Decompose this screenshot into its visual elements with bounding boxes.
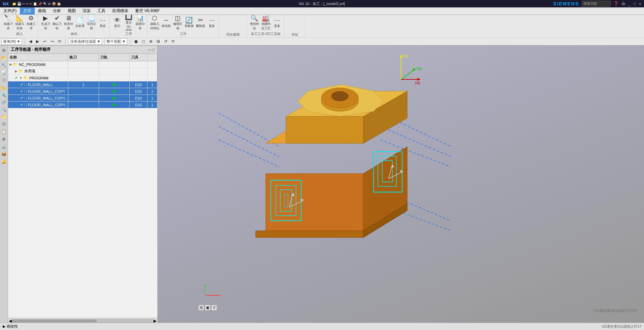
svg-text:Y: Y	[206, 283, 208, 287]
create-feature-process-btn[interactable]: 🏭 创建特征工艺	[260, 16, 271, 30]
sidebar-icon-9[interactable]: 📁	[1, 114, 7, 120]
nav-redo-btn[interactable]: ↪	[49, 39, 55, 44]
sidebar-icon-10[interactable]: ⏱	[1, 121, 7, 128]
gc-more-btn[interactable]: ⋯ 更多	[272, 16, 283, 30]
workpiece-more-btn[interactable]: ⋯ 更多	[206, 16, 217, 30]
shop-doc-btn[interactable]: 📃 车间文档	[86, 16, 97, 30]
nav-maximize-btn[interactable]: □	[152, 47, 155, 52]
offset-region-btn[interactable]: ◫ 偏置区域	[172, 16, 183, 30]
display-3d-ipw-btn[interactable]: 🔲 显示 3D IPW	[123, 16, 134, 30]
nav-scroll-track[interactable]	[12, 319, 154, 323]
find-feature-btn[interactable]: 🔍 查找特征	[249, 16, 260, 30]
status-expand-icon: ▶	[3, 324, 5, 329]
view-btn6[interactable]: ⟳	[170, 39, 176, 44]
sidebar-icon-7[interactable]: 🔗	[1, 99, 7, 106]
postprocess-btn[interactable]: 📄 后处理	[74, 16, 85, 30]
view-btn1[interactable]: ◼	[133, 39, 139, 44]
sidebar-icon-13[interactable]: 🔬	[1, 143, 7, 150]
op-more-btn[interactable]: ⋯ 更多	[97, 16, 108, 30]
tree-row-floor-wall[interactable]: ✔ ⬡ FLOOR_WALL 1 D10 1	[8, 81, 157, 88]
minimize-btn[interactable]: _	[628, 1, 631, 6]
tree-row-floor-wall-copy2[interactable]: ✔ ⬡ FLOOR_WALL_COPY... D10 1	[8, 95, 157, 102]
sidebar-icon-12[interactable]: ⚙	[1, 136, 7, 143]
menu-analysis[interactable]: 分析	[50, 7, 64, 14]
program-folder-icon: 📁	[23, 76, 28, 80]
menu-dropdown[interactable]: 菜单(M) ▼	[1, 38, 22, 45]
replace-face-btn[interactable]: 🔄 替换面	[184, 16, 194, 30]
gen-toolpath-btn[interactable]: ▶ 生成刀轨	[40, 16, 51, 30]
nav-refresh-btn[interactable]: ⟳	[57, 39, 63, 44]
nav-left-btn[interactable]: ◀	[28, 39, 33, 44]
toolbar-group-workpiece: ⬡ 抽取几何特征 ↔ 移动面 ◫ 偏置区域 🔄 替换面 ✂ 删除面	[148, 15, 219, 37]
verify-toolpath-btn[interactable]: ✔ 确认刀轨	[52, 16, 62, 30]
nav-minimize-btn[interactable]: ─	[148, 47, 151, 52]
extract-geom-label: 抽取几何特征	[150, 22, 160, 31]
nav-right-btn[interactable]: ▶	[35, 39, 40, 44]
viewport[interactable]: ZM YM XM	[158, 46, 644, 323]
delete-face-btn[interactable]: ✂ 删除面	[195, 16, 206, 30]
create-tool-btn[interactable]: 🔪 创建刀具	[3, 16, 13, 30]
sidebar-icon-8[interactable]: 🔍	[1, 106, 7, 113]
tree-row-unused[interactable]: ▶ 📁 未用项	[8, 68, 157, 75]
nav-undo-btn[interactable]: ↩	[42, 39, 48, 44]
gen-toolpath-label: 生成刀轨	[40, 22, 51, 31]
create-op-btn[interactable]: ⚙ 创建工序	[26, 16, 36, 30]
sidebar-icon-4[interactable]: ⬡	[1, 77, 7, 83]
floor-wall-extra: 1	[148, 81, 157, 88]
floor-wall-op-icon: ⬡	[24, 83, 27, 86]
extract-geom-btn[interactable]: ⬡ 抽取几何特征	[149, 16, 160, 30]
menu-apps[interactable]: 应用模块	[109, 7, 132, 14]
view-btn5[interactable]: ↺	[163, 39, 169, 44]
offset-region-icon: ◫	[175, 15, 181, 21]
insert-buttons: 🔪 创建刀具 📐 创建几何体 ⚙ 创建工序	[3, 16, 36, 30]
workpiece-buttons: ⬡ 抽取几何特征 ↔ 移动面 ◫ 偏置区域 🔄 替换面 ✂ 删除面	[149, 16, 217, 30]
machine-sim-btn[interactable]: 🖥 机床仿真	[63, 16, 74, 30]
tree-row-program[interactable]: ✔ ▼ 📁 PROGRAM	[8, 75, 157, 81]
maximize-btn[interactable]: □	[634, 1, 636, 6]
menu-space[interactable]: 量空 V6.936F	[132, 7, 163, 14]
view-btn4[interactable]: ⊞	[155, 39, 161, 44]
view-btn2[interactable]: ◻	[140, 39, 147, 44]
draft-analysis-btn[interactable]: 📊 拔模分析	[135, 16, 146, 30]
vp-tool-1[interactable]: ⊞	[198, 305, 204, 310]
menu-file[interactable]: 文件(F)	[0, 7, 20, 14]
menu-home[interactable]: 主页	[20, 7, 35, 14]
col-change-header: 换刀	[68, 54, 99, 61]
status-left[interactable]: ▶ 相依性	[3, 324, 18, 329]
create-geom-btn[interactable]: 📐 创建几何体	[14, 16, 25, 30]
create-geom-icon: 📐	[16, 15, 23, 21]
sidebar-icon-11[interactable]: 📋	[1, 129, 7, 135]
sidebar-icon-1[interactable]: 📂	[1, 54, 7, 61]
sidebar-icon-3[interactable]: 📊	[1, 69, 7, 76]
vp-tool-2[interactable]: ◼	[205, 305, 211, 310]
tree-row-floor-wall-copy1[interactable]: ✔ ⬡ FLOOR_WALL_COPY D10 1	[8, 88, 157, 95]
search-box-title[interactable]: 搜索功能	[582, 1, 611, 7]
sidebar-icon-2[interactable]: 🔧	[1, 62, 7, 69]
sidebar-icon-14[interactable]: 📦	[1, 151, 7, 157]
menu-render[interactable]: 渲染	[79, 7, 94, 14]
move-face-btn[interactable]: ↔ 移动面	[161, 16, 171, 30]
sidebar-icon-6[interactable]: 🔩	[1, 91, 7, 98]
sidebar-icon-15[interactable]: 🔔	[1, 158, 7, 165]
floor-wall-copy2-name: ✔ ⬡ FLOOR_WALL_COPY...	[8, 95, 68, 101]
menu-tools[interactable]: 工具	[94, 7, 109, 14]
move-face-icon: ↔	[163, 17, 169, 23]
tree-row-nc-program[interactable]: ▶ 📁 NC_PROGRAM	[8, 61, 157, 68]
nav-scroll-thumb[interactable]	[12, 320, 97, 322]
sidebar-icon-5[interactable]: 📐	[1, 84, 7, 91]
tree-row-floor-wall-copy3[interactable]: ✔ ⬡ FLOOR_WALL_COPY... D10 1	[8, 102, 157, 108]
filter-dropdown[interactable]: 没有选择过滤器 ▼	[68, 38, 102, 45]
view-btn3[interactable]: ⊕	[148, 39, 154, 44]
menu-view[interactable]: 视图	[64, 7, 79, 14]
help-btn[interactable]: ❓	[613, 1, 619, 6]
settings-btn[interactable]: ⚙	[621, 1, 625, 6]
close-btn[interactable]: ×	[639, 1, 641, 6]
menu-curve[interactable]: 曲线	[35, 7, 50, 14]
display-btn[interactable]: 👁 显示	[112, 16, 123, 30]
assembly-dropdown[interactable]: 整个装配 ▼	[105, 38, 127, 45]
sidebar-icon-settings[interactable]: ⚙	[1, 47, 7, 54]
unused-label: 未用项	[24, 69, 35, 74]
workpiece-more-icon: ⋯	[209, 17, 215, 23]
assembly-arrow: ▼	[122, 39, 126, 43]
vp-tool-3[interactable]: ↺	[211, 305, 217, 310]
